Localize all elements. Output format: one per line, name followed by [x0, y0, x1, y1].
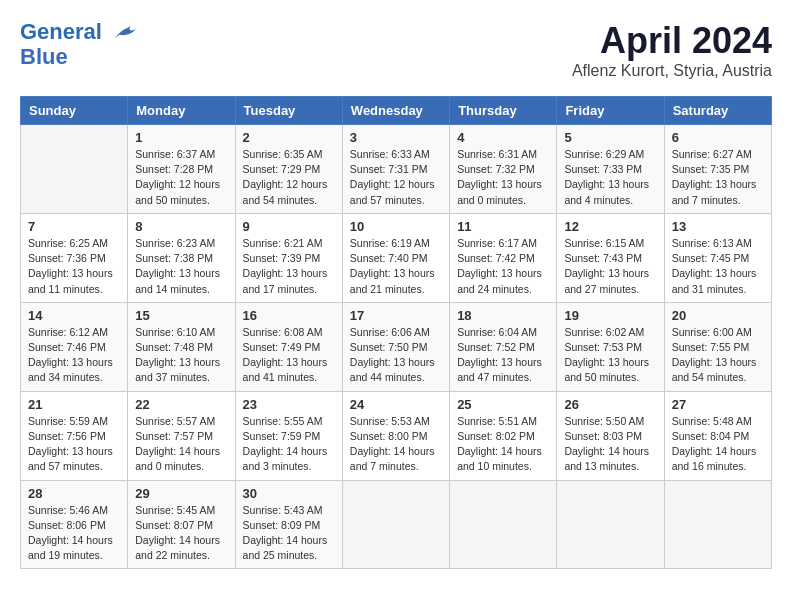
cell-content: Sunrise: 5:51 AM Sunset: 8:02 PM Dayligh… — [457, 414, 549, 475]
calendar-cell: 3Sunrise: 6:33 AM Sunset: 7:31 PM Daylig… — [342, 125, 449, 214]
header-friday: Friday — [557, 97, 664, 125]
cell-content: Sunrise: 5:45 AM Sunset: 8:07 PM Dayligh… — [135, 503, 227, 564]
day-number: 7 — [28, 219, 120, 234]
cell-content: Sunrise: 5:46 AM Sunset: 8:06 PM Dayligh… — [28, 503, 120, 564]
calendar-week-1: 1Sunrise: 6:37 AM Sunset: 7:28 PM Daylig… — [21, 125, 772, 214]
calendar-cell: 16Sunrise: 6:08 AM Sunset: 7:49 PM Dayli… — [235, 302, 342, 391]
cell-content: Sunrise: 6:35 AM Sunset: 7:29 PM Dayligh… — [243, 147, 335, 208]
cell-content: Sunrise: 6:06 AM Sunset: 7:50 PM Dayligh… — [350, 325, 442, 386]
calendar-cell: 7Sunrise: 6:25 AM Sunset: 7:36 PM Daylig… — [21, 213, 128, 302]
calendar-cell: 1Sunrise: 6:37 AM Sunset: 7:28 PM Daylig… — [128, 125, 235, 214]
day-number: 5 — [564, 130, 656, 145]
calendar-cell: 18Sunrise: 6:04 AM Sunset: 7:52 PM Dayli… — [450, 302, 557, 391]
header-thursday: Thursday — [450, 97, 557, 125]
header-saturday: Saturday — [664, 97, 771, 125]
day-number: 24 — [350, 397, 442, 412]
calendar-week-4: 21Sunrise: 5:59 AM Sunset: 7:56 PM Dayli… — [21, 391, 772, 480]
cell-content: Sunrise: 6:12 AM Sunset: 7:46 PM Dayligh… — [28, 325, 120, 386]
calendar-cell: 17Sunrise: 6:06 AM Sunset: 7:50 PM Dayli… — [342, 302, 449, 391]
calendar-cell — [342, 480, 449, 569]
calendar-cell: 24Sunrise: 5:53 AM Sunset: 8:00 PM Dayli… — [342, 391, 449, 480]
calendar-cell: 23Sunrise: 5:55 AM Sunset: 7:59 PM Dayli… — [235, 391, 342, 480]
day-number: 26 — [564, 397, 656, 412]
header-tuesday: Tuesday — [235, 97, 342, 125]
day-number: 1 — [135, 130, 227, 145]
logo-general: General — [20, 19, 102, 44]
cell-content: Sunrise: 5:50 AM Sunset: 8:03 PM Dayligh… — [564, 414, 656, 475]
calendar-cell: 15Sunrise: 6:10 AM Sunset: 7:48 PM Dayli… — [128, 302, 235, 391]
day-number: 3 — [350, 130, 442, 145]
day-number: 8 — [135, 219, 227, 234]
cell-content: Sunrise: 6:37 AM Sunset: 7:28 PM Dayligh… — [135, 147, 227, 208]
day-number: 17 — [350, 308, 442, 323]
calendar-cell: 13Sunrise: 6:13 AM Sunset: 7:45 PM Dayli… — [664, 213, 771, 302]
day-number: 16 — [243, 308, 335, 323]
day-number: 27 — [672, 397, 764, 412]
calendar-cell: 6Sunrise: 6:27 AM Sunset: 7:35 PM Daylig… — [664, 125, 771, 214]
cell-content: Sunrise: 6:00 AM Sunset: 7:55 PM Dayligh… — [672, 325, 764, 386]
day-number: 23 — [243, 397, 335, 412]
calendar-cell: 19Sunrise: 6:02 AM Sunset: 7:53 PM Dayli… — [557, 302, 664, 391]
calendar-cell — [557, 480, 664, 569]
cell-content: Sunrise: 5:53 AM Sunset: 8:00 PM Dayligh… — [350, 414, 442, 475]
day-number: 15 — [135, 308, 227, 323]
day-number: 28 — [28, 486, 120, 501]
day-number: 18 — [457, 308, 549, 323]
day-number: 30 — [243, 486, 335, 501]
calendar-cell — [450, 480, 557, 569]
cell-content: Sunrise: 5:48 AM Sunset: 8:04 PM Dayligh… — [672, 414, 764, 475]
calendar-cell — [21, 125, 128, 214]
header-sunday: Sunday — [21, 97, 128, 125]
cell-content: Sunrise: 6:27 AM Sunset: 7:35 PM Dayligh… — [672, 147, 764, 208]
calendar-cell: 28Sunrise: 5:46 AM Sunset: 8:06 PM Dayli… — [21, 480, 128, 569]
cell-content: Sunrise: 5:59 AM Sunset: 7:56 PM Dayligh… — [28, 414, 120, 475]
cell-content: Sunrise: 6:31 AM Sunset: 7:32 PM Dayligh… — [457, 147, 549, 208]
cell-content: Sunrise: 6:29 AM Sunset: 7:33 PM Dayligh… — [564, 147, 656, 208]
calendar-cell: 11Sunrise: 6:17 AM Sunset: 7:42 PM Dayli… — [450, 213, 557, 302]
day-number: 4 — [457, 130, 549, 145]
cell-content: Sunrise: 6:17 AM Sunset: 7:42 PM Dayligh… — [457, 236, 549, 297]
header-monday: Monday — [128, 97, 235, 125]
day-number: 14 — [28, 308, 120, 323]
day-number: 12 — [564, 219, 656, 234]
cell-content: Sunrise: 6:08 AM Sunset: 7:49 PM Dayligh… — [243, 325, 335, 386]
day-number: 20 — [672, 308, 764, 323]
calendar-cell: 29Sunrise: 5:45 AM Sunset: 8:07 PM Dayli… — [128, 480, 235, 569]
day-number: 22 — [135, 397, 227, 412]
calendar-week-5: 28Sunrise: 5:46 AM Sunset: 8:06 PM Dayli… — [21, 480, 772, 569]
day-number: 2 — [243, 130, 335, 145]
cell-content: Sunrise: 6:33 AM Sunset: 7:31 PM Dayligh… — [350, 147, 442, 208]
calendar-cell: 8Sunrise: 6:23 AM Sunset: 7:38 PM Daylig… — [128, 213, 235, 302]
day-number: 11 — [457, 219, 549, 234]
month-title: April 2024 — [572, 20, 772, 62]
calendar-cell — [664, 480, 771, 569]
calendar-cell: 2Sunrise: 6:35 AM Sunset: 7:29 PM Daylig… — [235, 125, 342, 214]
calendar-cell: 25Sunrise: 5:51 AM Sunset: 8:02 PM Dayli… — [450, 391, 557, 480]
title-section: April 2024 Aflenz Kurort, Styria, Austri… — [572, 20, 772, 80]
calendar-cell: 14Sunrise: 6:12 AM Sunset: 7:46 PM Dayli… — [21, 302, 128, 391]
cell-content: Sunrise: 6:15 AM Sunset: 7:43 PM Dayligh… — [564, 236, 656, 297]
calendar-cell: 21Sunrise: 5:59 AM Sunset: 7:56 PM Dayli… — [21, 391, 128, 480]
calendar-cell: 5Sunrise: 6:29 AM Sunset: 7:33 PM Daylig… — [557, 125, 664, 214]
cell-content: Sunrise: 5:55 AM Sunset: 7:59 PM Dayligh… — [243, 414, 335, 475]
header-wednesday: Wednesday — [342, 97, 449, 125]
calendar-cell: 26Sunrise: 5:50 AM Sunset: 8:03 PM Dayli… — [557, 391, 664, 480]
calendar-week-3: 14Sunrise: 6:12 AM Sunset: 7:46 PM Dayli… — [21, 302, 772, 391]
calendar-cell: 9Sunrise: 6:21 AM Sunset: 7:39 PM Daylig… — [235, 213, 342, 302]
cell-content: Sunrise: 5:57 AM Sunset: 7:57 PM Dayligh… — [135, 414, 227, 475]
location-subtitle: Aflenz Kurort, Styria, Austria — [572, 62, 772, 80]
cell-content: Sunrise: 6:19 AM Sunset: 7:40 PM Dayligh… — [350, 236, 442, 297]
calendar-week-2: 7Sunrise: 6:25 AM Sunset: 7:36 PM Daylig… — [21, 213, 772, 302]
page-header: General Blue April 2024 Aflenz Kurort, S… — [20, 20, 772, 80]
logo-text: General — [20, 20, 138, 45]
day-number: 6 — [672, 130, 764, 145]
logo: General Blue — [20, 20, 138, 69]
day-number: 10 — [350, 219, 442, 234]
cell-content: Sunrise: 6:10 AM Sunset: 7:48 PM Dayligh… — [135, 325, 227, 386]
cell-content: Sunrise: 6:04 AM Sunset: 7:52 PM Dayligh… — [457, 325, 549, 386]
calendar-cell: 27Sunrise: 5:48 AM Sunset: 8:04 PM Dayli… — [664, 391, 771, 480]
day-number: 25 — [457, 397, 549, 412]
cell-content: Sunrise: 6:13 AM Sunset: 7:45 PM Dayligh… — [672, 236, 764, 297]
calendar-cell: 4Sunrise: 6:31 AM Sunset: 7:32 PM Daylig… — [450, 125, 557, 214]
day-number: 9 — [243, 219, 335, 234]
